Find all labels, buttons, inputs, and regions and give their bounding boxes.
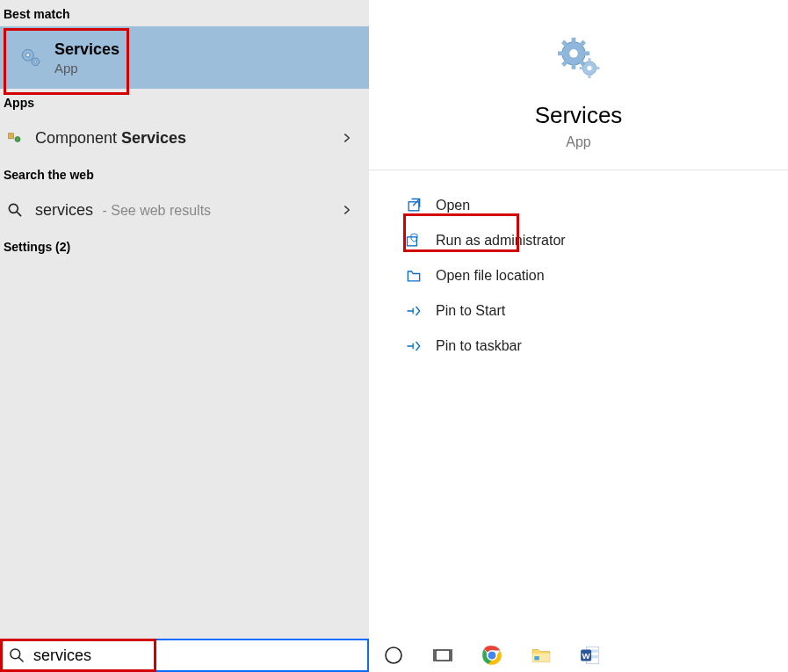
apps-item-component-services[interactable]: Component Services — [0, 115, 369, 161]
search-input[interactable] — [33, 647, 367, 665]
search-icon — [5, 200, 25, 220]
search-icon — [7, 646, 26, 665]
svg-point-23 — [587, 66, 591, 70]
best-match-title: Services — [54, 40, 119, 59]
apps-header: Apps — [0, 89, 369, 115]
apps-item-label: Component Services — [35, 129, 186, 148]
svg-text:W: W — [582, 651, 591, 661]
chevron-right-icon[interactable] — [341, 132, 353, 144]
search-results-panel: Best match Services App Apps — [0, 0, 369, 639]
svg-point-33 — [488, 651, 495, 659]
gears-icon — [553, 33, 605, 86]
action-pin-start[interactable]: Pin to Start — [404, 293, 788, 329]
file-explorer-icon[interactable] — [529, 643, 553, 668]
svg-rect-24 — [408, 202, 419, 211]
action-label: Pin to Start — [436, 303, 505, 319]
chevron-right-icon[interactable] — [341, 204, 353, 216]
folder-icon — [404, 266, 423, 285]
pin-icon — [404, 301, 423, 321]
svg-rect-36 — [534, 656, 539, 660]
action-label: Run as administrator — [436, 233, 566, 249]
action-label: Pin to taskbar — [436, 338, 522, 354]
gears-icon — [19, 47, 42, 69]
shield-icon — [404, 231, 423, 250]
svg-point-6 — [9, 204, 18, 213]
svg-point-17 — [569, 49, 578, 58]
svg-rect-11 — [558, 51, 563, 55]
svg-point-28 — [386, 647, 401, 663]
best-match-subtitle: App — [54, 61, 119, 76]
svg-rect-9 — [571, 38, 575, 43]
preview-hero: Services App — [369, 0, 788, 170]
preview-subtitle: App — [566, 134, 590, 150]
action-run-admin[interactable]: Run as administrator — [404, 223, 788, 258]
web-item-label: services - See web results — [35, 201, 211, 220]
pin-icon — [404, 336, 423, 356]
svg-rect-19 — [588, 58, 590, 61]
search-bar[interactable] — [0, 639, 369, 672]
svg-rect-20 — [588, 75, 590, 78]
preview-title: Services — [535, 102, 623, 129]
best-match-header: Best match — [0, 0, 369, 26]
chrome-icon[interactable] — [480, 643, 504, 668]
web-header: Search the web — [0, 161, 369, 187]
taskbar: W — [369, 639, 788, 672]
svg-point-3 — [34, 60, 37, 62]
svg-rect-21 — [579, 67, 582, 69]
action-open[interactable]: Open — [404, 188, 788, 223]
svg-rect-22 — [596, 67, 599, 69]
svg-rect-29 — [436, 650, 450, 661]
word-icon[interactable]: W — [578, 643, 603, 668]
web-item-services[interactable]: services - See web results — [0, 187, 369, 233]
actions-list: Open Run as administrator Open file loca… — [369, 170, 788, 364]
action-label: Open — [436, 198, 470, 213]
svg-rect-4 — [9, 134, 14, 139]
svg-point-1 — [26, 53, 30, 56]
best-match-services[interactable]: Services App — [0, 26, 369, 89]
svg-rect-10 — [571, 64, 575, 69]
component-services-icon — [5, 128, 25, 148]
action-label: Open file location — [436, 268, 545, 284]
cortana-icon[interactable] — [381, 643, 406, 668]
svg-rect-12 — [584, 51, 589, 55]
svg-line-27 — [19, 658, 24, 662]
svg-point-5 — [15, 137, 20, 142]
settings-header: Settings (2) — [0, 233, 369, 259]
task-view-icon[interactable] — [430, 643, 455, 668]
open-icon — [404, 196, 423, 215]
svg-line-7 — [18, 213, 21, 216]
preview-panel: Services App Open Run as administrator — [369, 0, 788, 639]
action-file-location[interactable]: Open file location — [404, 258, 788, 293]
action-pin-taskbar[interactable]: Pin to taskbar — [404, 329, 788, 364]
